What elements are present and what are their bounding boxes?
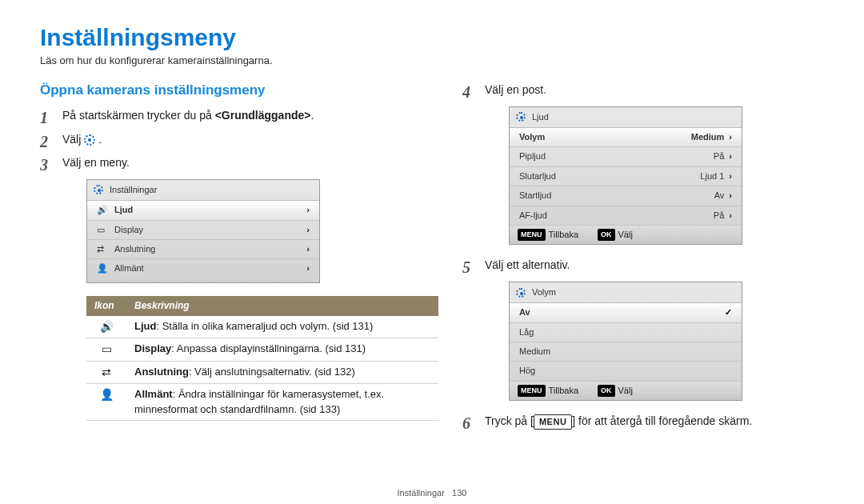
menu-button-tag: MENU bbox=[518, 385, 546, 397]
legend-desc: : Ändra inställningar för kamerasystemet… bbox=[134, 388, 384, 414]
menu-row-pipljud[interactable]: Pipljud På› bbox=[510, 147, 742, 166]
table-row: ▭ Display: Anpassa displayinställningarn… bbox=[86, 338, 438, 362]
menu-row-afljud[interactable]: AF-ljud På› bbox=[510, 206, 742, 226]
step-text-post: . bbox=[310, 109, 314, 122]
step-4: 4 Välj en post. Ljud Volym Medium› Piplj… bbox=[462, 82, 824, 245]
step-5: 5 Välj ett alternativ. Volym Av ✓ Låg bbox=[462, 258, 824, 401]
camera-screen-title: Volym bbox=[532, 286, 556, 298]
menu-row-label: Anslutning bbox=[114, 243, 155, 255]
step-number: 4 bbox=[462, 81, 470, 103]
camera-screen-title: Ljud bbox=[532, 111, 549, 123]
camera-screen-footer: MENUTillbaka OKVälj bbox=[510, 226, 742, 244]
step-text-pre: Tryck på [ bbox=[485, 414, 534, 427]
camera-screen-header: Inställningar bbox=[87, 180, 319, 201]
camera-screen-header: Ljud bbox=[510, 107, 742, 128]
chevron-right-icon: › bbox=[729, 131, 732, 143]
menu-row-value: Av bbox=[714, 190, 725, 202]
menu-row-value: På bbox=[714, 150, 724, 162]
menu-row-label: Ljud bbox=[114, 204, 133, 216]
menu-row-startljud[interactable]: Startljud Av› bbox=[510, 186, 742, 206]
step-number: 1 bbox=[40, 106, 48, 129]
intro-text: Läs om hur du konfigurerar kamerainställ… bbox=[40, 54, 824, 66]
menu-row-anslutning[interactable]: ⇄ Anslutning › bbox=[87, 240, 319, 259]
ok-button-tag: OK bbox=[598, 385, 615, 397]
footer-back-label: Tillbaka bbox=[549, 229, 579, 241]
option-label: Låg bbox=[519, 326, 534, 338]
step-1: 1 På startskärmen trycker du på <Grundlä… bbox=[40, 108, 438, 124]
menu-row-allmant[interactable]: 👤 Allmänt › bbox=[87, 259, 319, 278]
chevron-right-icon: › bbox=[306, 262, 310, 274]
option-row-lag[interactable]: Låg bbox=[510, 323, 742, 342]
menu-button-tag: MENU bbox=[518, 229, 546, 241]
legend-term: Allmänt bbox=[134, 388, 173, 400]
menu-row-value: På bbox=[714, 210, 724, 222]
menu-row-ljud[interactable]: 🔊 Ljud › bbox=[87, 201, 319, 220]
menu-row-label: Pipljud bbox=[519, 150, 546, 162]
legend-desc: : Anpassa displayinställningarna. (sid 1… bbox=[171, 342, 366, 354]
option-row-av[interactable]: Av ✓ bbox=[510, 303, 742, 322]
page-footer: Inställningar 130 bbox=[0, 488, 864, 498]
table-row: 👤 Allmänt: Ändra inställningar för kamer… bbox=[86, 384, 438, 420]
menu-button-icon: MENU bbox=[534, 414, 572, 430]
menu-row-label: Slutarljud bbox=[519, 170, 556, 182]
step-text: Välj ett alternativ. bbox=[485, 258, 570, 271]
footer-section: Inställningar bbox=[398, 488, 445, 498]
gear-icon bbox=[516, 112, 526, 122]
camera-screen-footer: MENUTillbaka OKVälj bbox=[510, 382, 742, 400]
user-icon: 👤 bbox=[97, 262, 108, 274]
display-icon: ▭ bbox=[86, 338, 126, 362]
footer-page-number: 130 bbox=[452, 488, 466, 498]
check-icon: ✓ bbox=[725, 306, 732, 318]
step-number: 3 bbox=[40, 154, 48, 176]
gear-icon bbox=[84, 134, 95, 146]
step-2: 2 Välj . bbox=[40, 132, 438, 148]
step-text-post: ] för att återgå till föregående skärm. bbox=[572, 414, 752, 427]
chevron-right-icon: › bbox=[729, 150, 732, 162]
legend-term: Display bbox=[134, 342, 171, 354]
ok-button-tag: OK bbox=[598, 229, 615, 241]
legend-desc: : Välj anslutningsalternativ. (sid 132) bbox=[189, 366, 355, 378]
step-text: Välj bbox=[62, 133, 84, 146]
option-label: Hög bbox=[519, 365, 535, 377]
menu-row-display[interactable]: ▭ Display › bbox=[87, 221, 319, 240]
option-label: Medium bbox=[519, 346, 550, 358]
menu-row-volym[interactable]: Volym Medium› bbox=[510, 128, 742, 147]
chevron-right-icon: › bbox=[306, 243, 310, 255]
chevron-right-icon: › bbox=[729, 170, 732, 182]
footer-ok-label: Välj bbox=[618, 385, 633, 397]
menu-row-slutarljud[interactable]: Slutarljud Ljud 1› bbox=[510, 167, 742, 186]
camera-screen-settings: Inställningar 🔊 Ljud › ▭ Display › ⇄ bbox=[86, 179, 320, 283]
table-row: ⇄ Anslutning: Välj anslutningsalternativ… bbox=[86, 361, 438, 384]
table-row: 🔊 Ljud: Ställa in olika kameraljud och v… bbox=[86, 316, 438, 338]
connection-icon: ⇄ bbox=[86, 361, 126, 384]
legend-header-desc: Beskrivning bbox=[126, 296, 438, 316]
legend-term: Anslutning bbox=[134, 366, 189, 378]
step-6: 6 Tryck på [MENU] för att återgå till fö… bbox=[462, 414, 824, 430]
step-text-post: . bbox=[98, 133, 102, 146]
footer-ok-label: Välj bbox=[618, 229, 633, 241]
display-icon: ▭ bbox=[97, 224, 105, 236]
legend-term: Ljud bbox=[134, 320, 156, 332]
section-heading: Öppna kamerans inställningsmeny bbox=[40, 82, 438, 98]
menu-row-label: AF-ljud bbox=[519, 210, 547, 222]
menu-row-label: Allmänt bbox=[114, 262, 144, 274]
menu-row-label: Startljud bbox=[519, 190, 551, 202]
menu-row-value: Medium bbox=[691, 131, 725, 143]
step-number: 6 bbox=[462, 412, 470, 434]
footer-back-label: Tillbaka bbox=[549, 385, 579, 397]
camera-screen-header: Volym bbox=[510, 282, 742, 303]
step-bold: <Grundläggande> bbox=[215, 109, 311, 122]
step-number: 2 bbox=[40, 130, 48, 153]
step-text: Välj en meny. bbox=[62, 156, 130, 169]
icon-legend-table: Ikon Beskrivning 🔊 Ljud: Ställa in olika… bbox=[86, 296, 438, 421]
legend-desc: : Ställa in olika kameraljud och volym. … bbox=[156, 320, 373, 332]
menu-row-label: Volym bbox=[519, 131, 545, 143]
option-row-medium[interactable]: Medium bbox=[510, 342, 742, 362]
step-number: 5 bbox=[462, 256, 470, 278]
chevron-right-icon: › bbox=[729, 190, 732, 202]
camera-screen-title: Inställningar bbox=[110, 184, 157, 196]
option-row-hog[interactable]: Hög bbox=[510, 362, 742, 381]
step-text: På startskärmen trycker du på bbox=[62, 109, 215, 122]
step-text: Välj en post. bbox=[485, 83, 546, 96]
page-title: Inställningsmeny bbox=[40, 24, 824, 51]
